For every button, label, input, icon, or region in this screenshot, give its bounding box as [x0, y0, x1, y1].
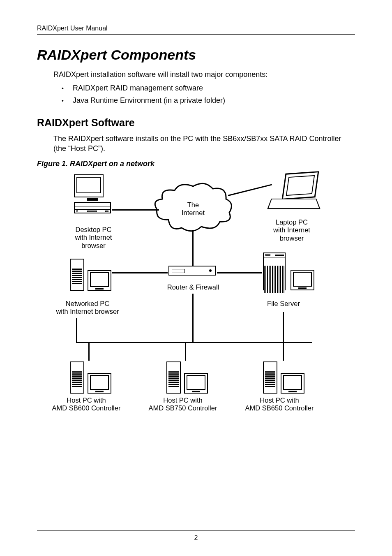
connector-line — [283, 342, 284, 361]
host-pc-3-label: Host PC with AMD SB650 Controller — [234, 396, 325, 413]
section-heading: RAIDXpert Software — [37, 117, 355, 129]
file-server-label: File Server — [259, 300, 308, 308]
page-number: 2 — [37, 531, 355, 542]
bullet-item: RAIDXpert RAID management software — [62, 84, 355, 93]
connector-line — [192, 231, 194, 266]
label-line: with Internet — [75, 234, 112, 241]
label-line: Internet — [182, 209, 205, 216]
connector-line — [88, 342, 90, 361]
host-pc-3-icon — [263, 361, 304, 394]
bullet-list: RAIDXpert RAID management software Java … — [62, 84, 355, 105]
network-diagram: Desktop PC with Internet browser The Int… — [37, 172, 355, 431]
label-line: Laptop PC — [276, 218, 308, 226]
label-line: with Internet browser — [56, 308, 119, 315]
router-icon — [168, 266, 216, 276]
label-line: with Internet — [273, 226, 310, 234]
label-line: AMD SB650 Controller — [245, 404, 314, 412]
laptop-label: Laptop PC with Internet browser — [267, 218, 316, 243]
label-line: Host PC with — [67, 396, 106, 404]
networked-pc-label: Networked PC with Internet browser — [44, 300, 131, 316]
label-line: Host PC with — [260, 396, 299, 404]
connector-line — [185, 342, 186, 361]
body-text: The RAIDXpert software installs on the P… — [53, 134, 355, 154]
host-pc-2-label: Host PC with AMD SB750 Controller — [138, 396, 228, 413]
intro-text: RAIDXpert installation software will ins… — [53, 70, 355, 79]
host-pc-1-label: Host PC with AMD SB600 Controller — [41, 396, 131, 413]
desktop-pc-label: Desktop PC with Internet browser — [70, 226, 117, 250]
host-pc-2-icon — [166, 361, 208, 394]
label-line: Host PC with — [163, 396, 202, 404]
bullet-text: RAIDXpert RAID management software — [73, 84, 203, 93]
figure-caption: Figure 1. RAIDXpert on a network — [37, 160, 355, 168]
connector-line — [228, 184, 272, 196]
label-line: AMD SB600 Controller — [52, 404, 121, 412]
connector-line — [192, 294, 194, 343]
connector-line — [112, 209, 159, 211]
label-line: browser — [280, 234, 304, 242]
laptop-pc-icon — [271, 172, 321, 211]
networked-pc-icon — [70, 259, 111, 291]
label-line: Desktop PC — [75, 226, 111, 233]
page-header: RAIDXpert User Manual — [37, 25, 355, 35]
file-server-icon — [263, 253, 314, 290]
label-line: The — [187, 201, 199, 208]
main-heading: RAIDXpert Components — [37, 47, 355, 63]
label-line: browser — [81, 242, 106, 249]
cloud-label: The Internet — [177, 201, 210, 218]
connector-line — [76, 318, 77, 342]
connector-line — [76, 342, 312, 343]
label-line: Networked PC — [66, 300, 109, 307]
bullet-item: Java Runtime Environment (in a private f… — [62, 96, 355, 105]
desktop-pc-icon — [74, 174, 111, 213]
router-label: Router & Firewall — [160, 283, 226, 292]
connector-line — [283, 312, 284, 343]
connector-line — [112, 272, 168, 273]
host-pc-1-icon — [70, 361, 111, 394]
connector-line — [217, 272, 262, 273]
label-line: AMD SB750 Controller — [149, 404, 217, 412]
bullet-text: Java Runtime Environment (in a private f… — [73, 96, 225, 105]
